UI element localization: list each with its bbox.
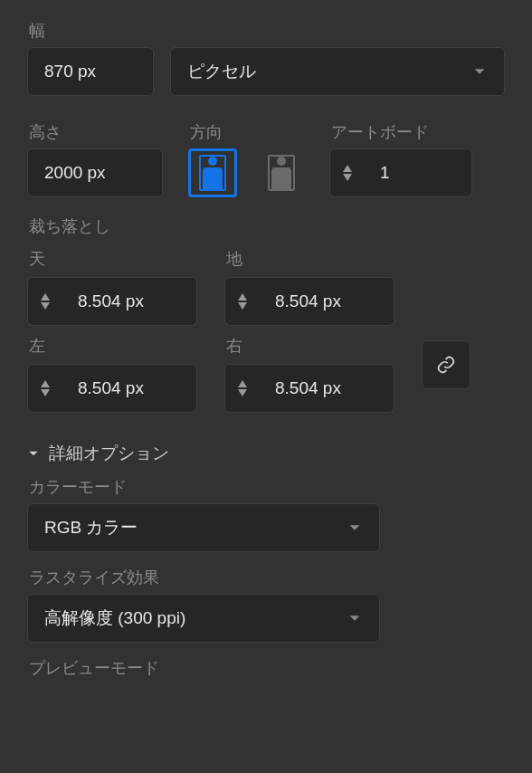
raster-label: ラスタライズ効果 — [29, 567, 505, 588]
bleed-top-input[interactable]: 8.504 px — [62, 277, 197, 326]
unit-value: ピクセル — [187, 60, 256, 83]
bleed-bottom-stepper[interactable] — [224, 277, 259, 326]
bleed-link-button[interactable] — [422, 340, 470, 389]
width-input[interactable]: 870 px — [27, 47, 154, 96]
artboards-label: アートボード — [331, 121, 472, 143]
unit-dropdown[interactable]: ピクセル — [170, 47, 505, 96]
raster-dropdown[interactable]: 高解像度 (300 ppi) — [27, 594, 380, 643]
bleed-right-stepper[interactable] — [224, 364, 259, 413]
bleed-left-label: 左 — [29, 335, 208, 357]
bleed-bottom-label: 地 — [226, 248, 405, 270]
chevron-down-icon — [27, 447, 40, 460]
orientation-label: 方向 — [190, 121, 306, 143]
bleed-left-stepper[interactable] — [27, 364, 62, 413]
chevron-down-icon — [471, 63, 488, 80]
bleed-top-label: 天 — [29, 248, 208, 270]
width-label: 幅 — [29, 20, 505, 42]
advanced-options-label: 詳細オプション — [49, 442, 169, 465]
orientation-landscape-button[interactable] — [257, 148, 306, 197]
orientation-portrait-button[interactable] — [188, 148, 237, 197]
bleed-top-stepper[interactable] — [27, 277, 62, 326]
advanced-options-toggle[interactable]: 詳細オプション — [27, 442, 505, 465]
bleed-section-label: 裁ち落とし — [29, 215, 505, 237]
raster-value: 高解像度 (300 ppi) — [44, 606, 185, 630]
color-mode-label: カラーモード — [29, 476, 505, 498]
height-input[interactable]: 2000 px — [27, 148, 163, 197]
bleed-right-label: 右 — [226, 335, 405, 357]
link-icon — [436, 355, 456, 375]
chevron-down-icon — [347, 520, 363, 536]
preview-label: プレビューモード — [29, 657, 505, 679]
bleed-bottom-input[interactable]: 8.504 px — [259, 277, 394, 326]
bleed-left-input[interactable]: 8.504 px — [62, 364, 197, 413]
artboards-input[interactable]: 1 — [364, 148, 472, 197]
bleed-right-input[interactable]: 8.504 px — [259, 364, 394, 413]
chevron-down-icon — [347, 610, 363, 626]
height-label: 高さ — [29, 121, 172, 143]
color-mode-value: RGB カラー — [44, 516, 138, 539]
color-mode-dropdown[interactable]: RGB カラー — [27, 503, 380, 552]
artboards-stepper[interactable] — [329, 148, 364, 197]
